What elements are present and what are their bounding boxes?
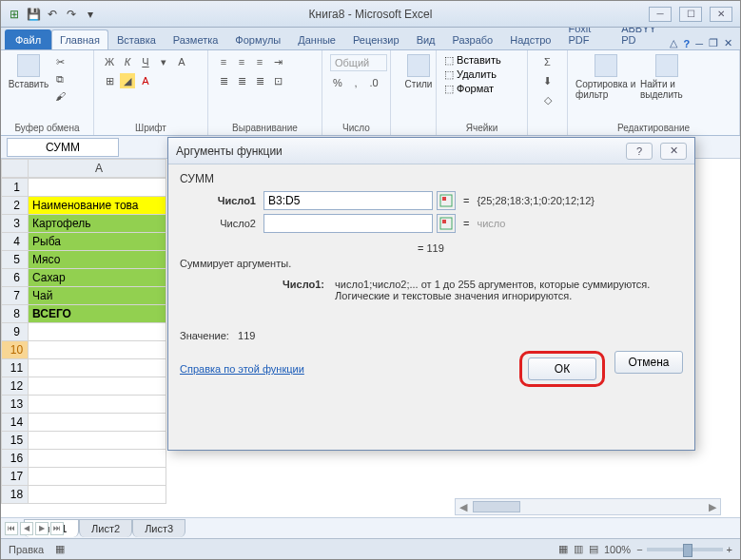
minimize-button[interactable]: ─ <box>649 7 672 22</box>
tab-layout[interactable]: Разметка <box>165 29 227 49</box>
cell[interactable] <box>29 359 166 377</box>
cut-icon[interactable]: ✂ <box>52 54 68 69</box>
cell[interactable] <box>29 414 166 432</box>
workbook-close-icon[interactable]: ✕ <box>724 37 732 49</box>
cell[interactable] <box>29 486 166 504</box>
row-header[interactable]: 15 <box>2 432 29 450</box>
cell[interactable] <box>29 323 166 341</box>
row-header[interactable]: 11 <box>2 359 29 377</box>
dialog-titlebar[interactable]: Аргументы функции ? ✕ <box>168 138 694 164</box>
tab-data[interactable]: Данные <box>289 29 344 49</box>
tab-file[interactable]: Файл <box>5 29 51 49</box>
arg2-range-picker-icon[interactable] <box>437 214 456 233</box>
cancel-button[interactable]: Отмена <box>614 351 683 374</box>
cells-insert-button[interactable]: ⬚ Вставить <box>444 54 501 67</box>
fill-icon[interactable]: ⬇ <box>540 73 556 88</box>
cell[interactable]: Сахар <box>29 269 166 287</box>
find-select-button[interactable]: Найти и выделить <box>640 54 693 100</box>
tab-addins[interactable]: Надстро <box>501 29 559 49</box>
dialog-close-button[interactable]: ✕ <box>660 143 687 160</box>
clear-icon[interactable]: ◇ <box>540 92 556 107</box>
col-header-A[interactable]: A <box>29 160 166 178</box>
cell[interactable]: Картофель <box>29 215 166 233</box>
cell[interactable]: ВСЕГО <box>29 305 166 323</box>
workbook-restore-icon[interactable]: ❐ <box>709 37 718 49</box>
autosum-icon[interactable]: Σ <box>540 54 556 69</box>
ribbon-minimize-icon[interactable]: △ <box>670 37 677 49</box>
horizontal-scrollbar[interactable]: ◀▶ <box>455 498 721 515</box>
paste-button[interactable]: Вставить <box>9 54 49 89</box>
sheet-nav-next-icon[interactable]: ▶ <box>35 522 49 535</box>
row-header[interactable]: 8 <box>2 305 29 323</box>
cell[interactable] <box>29 341 166 359</box>
styles-button[interactable]: Стили <box>399 54 439 89</box>
row-header[interactable]: 6 <box>2 269 29 287</box>
tab-formulas[interactable]: Формулы <box>226 29 289 49</box>
cell[interactable] <box>29 450 166 468</box>
row-header[interactable]: 18 <box>2 486 29 504</box>
row-header[interactable]: 5 <box>2 251 29 269</box>
row-header[interactable]: 10 <box>2 341 29 359</box>
workbook-minimize-icon[interactable]: ─ <box>695 38 703 49</box>
cell[interactable]: Наименование това <box>29 197 166 215</box>
name-box[interactable]: СУММ <box>7 138 119 157</box>
sheet-tab-2[interactable]: Лист2 <box>79 519 132 537</box>
arg2-input[interactable] <box>263 214 433 233</box>
tab-review[interactable]: Рецензир <box>344 29 408 49</box>
qat-dropdown-icon[interactable]: ▾ <box>83 7 98 22</box>
row-header[interactable]: 14 <box>2 414 29 432</box>
cells-format-button[interactable]: ⬚ Формат <box>444 83 494 95</box>
sheet-nav-last-icon[interactable]: ⏭ <box>50 522 64 535</box>
arg2-label: Число2 <box>180 218 263 229</box>
view-layout-icon[interactable]: ▥ <box>574 543 583 555</box>
select-all-corner[interactable] <box>2 160 29 178</box>
cell[interactable] <box>29 377 166 396</box>
cell[interactable]: Мясо <box>29 251 166 269</box>
cell[interactable] <box>29 179 166 197</box>
row-header[interactable]: 17 <box>2 468 29 486</box>
row-header[interactable]: 1 <box>2 179 29 197</box>
arg1-range-picker-icon[interactable] <box>437 191 456 210</box>
sheet-tab-3[interactable]: Лист3 <box>132 519 185 537</box>
copy-icon[interactable]: ⧉ <box>52 71 68 87</box>
save-icon[interactable]: 💾 <box>26 7 41 22</box>
tab-view[interactable]: Вид <box>408 29 444 49</box>
sheet-nav-prev-icon[interactable]: ◀ <box>20 522 33 535</box>
sort-filter-button[interactable]: Сортировка и фильтр <box>575 54 636 100</box>
row-header[interactable]: 12 <box>2 377 29 396</box>
view-normal-icon[interactable]: ▦ <box>558 543 568 555</box>
macro-record-icon[interactable]: ▦ <box>55 543 65 555</box>
row-header[interactable]: 13 <box>2 396 29 414</box>
cell[interactable]: Рыба <box>29 233 166 251</box>
row-header[interactable]: 9 <box>2 323 29 341</box>
cell[interactable] <box>29 432 166 450</box>
cell[interactable] <box>29 396 166 414</box>
row-header[interactable]: 16 <box>2 450 29 468</box>
zoom-level[interactable]: 100% <box>604 544 631 555</box>
arg2-result: число <box>477 218 505 229</box>
tab-developer[interactable]: Разрабо <box>444 29 502 49</box>
number-format-dropdown[interactable]: Общий <box>330 54 387 71</box>
dialog-help-button[interactable]: ? <box>626 143 653 160</box>
row-header[interactable]: 7 <box>2 287 29 305</box>
tab-insert[interactable]: Вставка <box>108 29 165 49</box>
row-header[interactable]: 2 <box>2 197 29 215</box>
redo-icon[interactable]: ↷ <box>64 7 79 22</box>
maximize-button[interactable]: ☐ <box>679 7 702 22</box>
cell[interactable]: Чай <box>29 287 166 305</box>
undo-icon[interactable]: ↶ <box>45 7 60 22</box>
help-icon[interactable]: ? <box>683 38 690 49</box>
format-painter-icon[interactable]: 🖌 <box>52 88 68 104</box>
ok-button[interactable]: ОК <box>528 357 596 380</box>
zoom-slider[interactable]: −+ <box>636 544 732 555</box>
arg1-input[interactable] <box>263 191 433 210</box>
row-header[interactable]: 4 <box>2 233 29 251</box>
view-pagebreak-icon[interactable]: ▤ <box>589 543 598 555</box>
cell[interactable] <box>29 468 166 486</box>
row-header[interactable]: 3 <box>2 215 29 233</box>
tab-home[interactable]: Главная <box>51 29 108 49</box>
sheet-nav-first-icon[interactable]: ⏮ <box>5 522 18 535</box>
help-link[interactable]: Справка по этой функции <box>180 363 304 375</box>
cells-delete-button[interactable]: ⬚ Удалить <box>444 68 497 81</box>
close-button[interactable]: ✕ <box>710 7 732 22</box>
